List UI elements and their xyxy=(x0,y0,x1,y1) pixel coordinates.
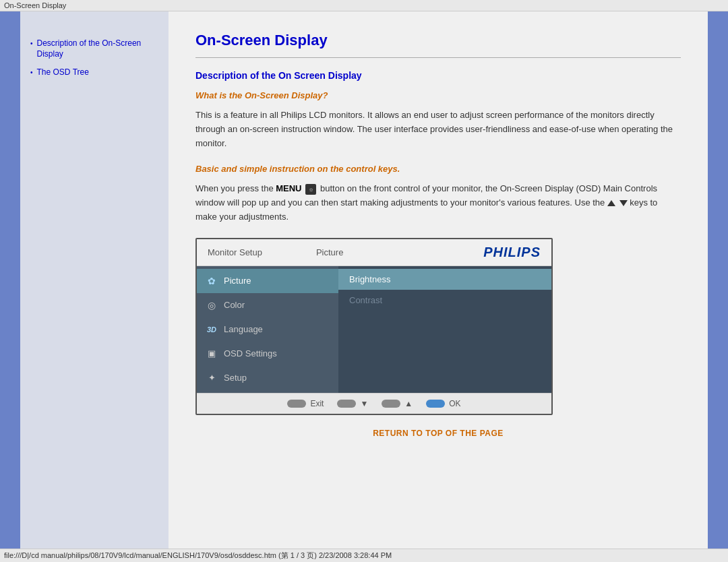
philips-logo: PHILIPS xyxy=(483,245,541,260)
osd-button-up[interactable]: ▲ xyxy=(382,399,413,408)
osd-body: Picture Color 3D Language xyxy=(197,266,551,393)
exit-label: Exit xyxy=(310,399,324,408)
exit-button-shape xyxy=(287,400,306,408)
up-button-shape xyxy=(382,400,400,408)
osd-menu-item-osd-settings[interactable]: OSD Settings xyxy=(197,342,338,366)
osd-menu-tabs: Monitor Setup Picture xyxy=(208,247,343,257)
menu-icon: ☼ xyxy=(305,184,316,195)
language-icon: 3D xyxy=(205,323,218,336)
left-stripe xyxy=(0,11,20,549)
setup-icon xyxy=(205,371,218,385)
osd-button-down[interactable]: ▼ xyxy=(337,399,368,408)
osd-tab-monitor-setup: Monitor Setup xyxy=(208,247,262,257)
ok-label: OK xyxy=(449,399,460,408)
osd-menu-label-language: Language xyxy=(224,324,263,334)
osd-settings-icon-glyph xyxy=(208,348,216,358)
subsection-title-2: Basic and simple instruction on the cont… xyxy=(195,164,681,174)
sidebar: • Description of the On-Screen Display •… xyxy=(20,11,169,549)
osd-menu-item-language[interactable]: 3D Language xyxy=(197,317,338,342)
content-area: On-Screen Display Description of the On … xyxy=(169,11,708,549)
title-bar: On-Screen Display xyxy=(0,0,728,11)
osd-right-menu: Brightness Contrast xyxy=(338,266,551,393)
osd-button-ok[interactable]: OK xyxy=(426,399,460,408)
osd-header: Monitor Setup Picture PHILIPS xyxy=(197,239,551,266)
status-bar: file:///D|/cd manual/philips/08/170V9/lc… xyxy=(0,549,728,562)
osd-menu-label-picture: Picture xyxy=(224,276,251,286)
osd-image-container: Monitor Setup Picture PHILIPS Picture xyxy=(195,238,681,415)
sidebar-link-osd-tree[interactable]: The OSD Tree xyxy=(37,67,89,78)
osd-right-label-contrast: Contrast xyxy=(349,295,382,305)
ok-button-shape xyxy=(426,400,445,408)
osd-tab-picture: Picture xyxy=(316,247,343,257)
return-link-text[interactable]: RETURN TO TOP OF THE PAGE xyxy=(373,429,504,438)
page-title: On-Screen Display xyxy=(195,32,681,49)
osd-right-item-5 xyxy=(338,352,551,373)
osd-menu-item-picture[interactable]: Picture xyxy=(197,269,338,293)
picture-icon-glyph xyxy=(208,276,216,286)
picture-icon xyxy=(205,274,218,288)
osd-right-item-contrast[interactable]: Contrast xyxy=(338,290,551,311)
osd-menu-label-setup: Setup xyxy=(224,373,247,383)
osd-menu-item-setup[interactable]: Setup xyxy=(197,366,338,390)
setup-icon-glyph xyxy=(208,373,216,383)
osd-left-menu: Picture Color 3D Language xyxy=(197,266,338,393)
divider xyxy=(195,57,681,58)
language-icon-glyph: 3D xyxy=(207,325,216,334)
osd-right-item-brightness[interactable]: Brightness xyxy=(338,269,551,290)
osd-right-item-3 xyxy=(338,311,551,332)
bullet-icon-2: • xyxy=(30,69,33,76)
osd-footer: Exit ▼ ▲ OK xyxy=(197,393,551,414)
osd-menu-label-color: Color xyxy=(224,300,245,310)
title-text: On-Screen Display xyxy=(4,1,66,9)
arrow-down-icon xyxy=(619,200,628,206)
color-icon xyxy=(205,299,218,312)
body-text-2: When you press the MENU ☼ button on the … xyxy=(195,182,681,224)
body-text-1: This is a feature in all Philips LCD mon… xyxy=(195,108,681,150)
status-text: file:///D|/cd manual/philips/08/170V9/lc… xyxy=(4,551,392,559)
menu-label: MENU xyxy=(276,183,301,193)
osd-menu-label-osd-settings: OSD Settings xyxy=(224,348,277,358)
osd-right-label-brightness: Brightness xyxy=(349,274,390,284)
return-link[interactable]: RETURN TO TOP OF THE PAGE xyxy=(195,429,681,438)
section-title: Description of the On Screen Display xyxy=(195,70,681,81)
color-icon-glyph xyxy=(208,300,216,311)
sidebar-item-description[interactable]: • Description of the On-Screen Display xyxy=(30,38,162,59)
body-text-2-part1: When you press the xyxy=(195,183,276,193)
bullet-icon: • xyxy=(30,40,33,47)
sidebar-item-osd-tree[interactable]: • The OSD Tree xyxy=(30,67,162,78)
up-label: ▲ xyxy=(404,399,413,408)
down-button-shape xyxy=(337,400,356,408)
right-stripe xyxy=(708,11,728,549)
subsection-title-1: What is the On-Screen Display? xyxy=(195,90,681,100)
osd-screen: Monitor Setup Picture PHILIPS Picture xyxy=(195,238,553,415)
down-label: ▼ xyxy=(360,399,368,408)
osd-settings-icon xyxy=(205,347,218,361)
osd-right-item-4 xyxy=(338,332,551,352)
sidebar-link-description[interactable]: Description of the On-Screen Display xyxy=(37,38,162,59)
osd-button-exit[interactable]: Exit xyxy=(287,399,324,408)
arrow-up-icon xyxy=(607,200,615,206)
osd-menu-item-color[interactable]: Color xyxy=(197,293,338,317)
